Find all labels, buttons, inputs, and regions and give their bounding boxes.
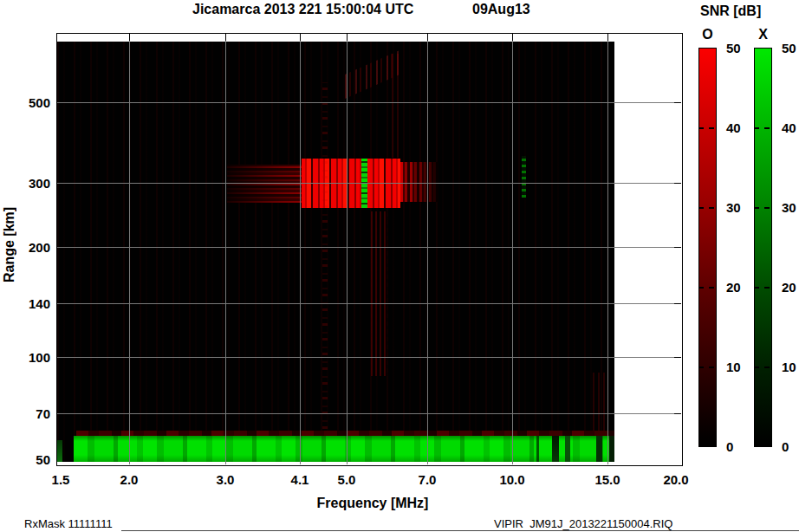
cbar-o-tick-30: 30	[726, 200, 754, 215]
top-tick	[427, 34, 428, 41]
gridline-v-2mhz	[129, 34, 130, 464]
x-tick-10.0: 10.0	[486, 472, 538, 487]
band-notch	[536, 436, 539, 462]
gridline-v-7mhz	[427, 34, 428, 464]
x-tick-3.0: 3.0	[199, 472, 251, 487]
band-notch	[609, 436, 614, 462]
right-tick	[674, 303, 681, 304]
gridline-h-140km	[57, 303, 681, 304]
gridline-h-200km	[57, 247, 681, 248]
colorbar-tick-dash	[698, 287, 717, 289]
cbar-x-tick-30: 30	[782, 200, 799, 215]
top-tick	[300, 34, 301, 41]
top-tick	[225, 34, 226, 41]
gridline-h-500km	[57, 102, 681, 103]
colorbar-tick-dash	[698, 207, 717, 209]
ground-echo-left-nub	[57, 440, 62, 462]
right-tick	[674, 102, 681, 103]
rfi-streak	[392, 54, 402, 158]
y-tick-200: 200	[0, 240, 50, 255]
x-tick-4.1: 4.1	[274, 472, 326, 487]
gridline-v-3mhz	[225, 34, 226, 464]
o-mode-colorbar	[698, 48, 717, 447]
gridline-h-100km	[57, 357, 681, 358]
cbar-o-tick-50: 50	[726, 41, 754, 55]
colorbar-tick-dash	[754, 367, 772, 368]
o-mode-label: O	[698, 27, 717, 42]
plot-date: 09Aug13	[472, 2, 530, 17]
plot-title: Jicamarca 2013 221 15:00:04 UTC	[192, 2, 413, 17]
x-mode-streak	[522, 156, 526, 198]
gridline-v-10mhz	[512, 34, 513, 464]
x-mode-colorbar	[754, 48, 772, 447]
colorbar-tick-dash	[698, 127, 717, 129]
cbar-x-tick-20: 20	[782, 280, 799, 295]
colorbar-tick-dash	[754, 287, 772, 289]
top-tick	[607, 34, 608, 41]
x-axis-label: Frequency [MHz]	[286, 496, 459, 511]
top-tick	[347, 34, 348, 41]
x-tick-2.0: 2.0	[103, 472, 155, 487]
cbar-o-tick-40: 40	[726, 120, 754, 135]
cbar-o-tick-10: 10	[726, 360, 754, 374]
gridline-v-15mhz	[607, 34, 608, 464]
y-tick-70: 70	[0, 406, 50, 421]
rfi-streak	[322, 82, 328, 429]
colorbar-tick-dash	[698, 367, 717, 368]
cbar-x-tick-0: 0	[782, 439, 799, 454]
y-tick-100: 100	[0, 350, 50, 365]
right-tick	[674, 247, 681, 248]
data-file-text: VIPIR JM91J_2013221150004.RIQ	[494, 517, 672, 530]
rxmask-text: RxMask 11111111	[24, 517, 113, 530]
x-tick-15.0: 15.0	[581, 472, 633, 487]
gridline-h-70km	[57, 413, 681, 414]
x-tick-5.0: 5.0	[321, 472, 373, 487]
f-region-echo-high-freq-tail	[400, 162, 438, 202]
gridline-v-5mhz	[347, 34, 348, 464]
band-notch	[565, 436, 570, 462]
f-region-echo-low-freq-tail	[227, 165, 302, 203]
y-tick-500: 500	[0, 95, 50, 110]
x-mode-label: X	[754, 27, 772, 42]
bottom-edge-line	[121, 530, 799, 531]
cbar-x-tick-10: 10	[782, 360, 799, 374]
cbar-x-tick-50: 50	[782, 41, 799, 55]
rfi-streak	[593, 373, 608, 433]
x-tick-7.0: 7.0	[401, 472, 453, 487]
cbar-x-tick-40: 40	[782, 120, 799, 135]
rfi-streak	[371, 211, 388, 376]
top-tick	[129, 34, 130, 41]
colorbar-tick-dash	[754, 127, 772, 129]
band-notch	[552, 436, 559, 462]
top-tick	[512, 34, 513, 41]
gridline-h-300km	[57, 183, 681, 184]
x-tick-1.5: 1.5	[35, 472, 87, 487]
ionogram-data-region	[57, 42, 614, 462]
right-tick	[674, 413, 681, 414]
x-tick-20.0: 20.0	[650, 472, 702, 487]
gridline-v-4.1mhz	[300, 34, 301, 464]
y-tick-300: 300	[0, 176, 50, 191]
y-tick-140: 140	[0, 296, 50, 311]
ionogram-page: Jicamarca 2013 221 15:00:04 UTC 09Aug13	[0, 0, 799, 532]
y-tick-50: 50	[0, 452, 50, 467]
right-tick	[674, 357, 681, 358]
band-notch	[596, 436, 602, 462]
colorbar-title: SNR [dB]	[700, 3, 761, 19]
colorbar-tick-dash	[754, 207, 772, 209]
ground-echo-band	[74, 436, 614, 462]
cbar-o-tick-0: 0	[726, 439, 754, 454]
right-tick	[674, 183, 681, 184]
cbar-o-tick-20: 20	[726, 280, 754, 295]
